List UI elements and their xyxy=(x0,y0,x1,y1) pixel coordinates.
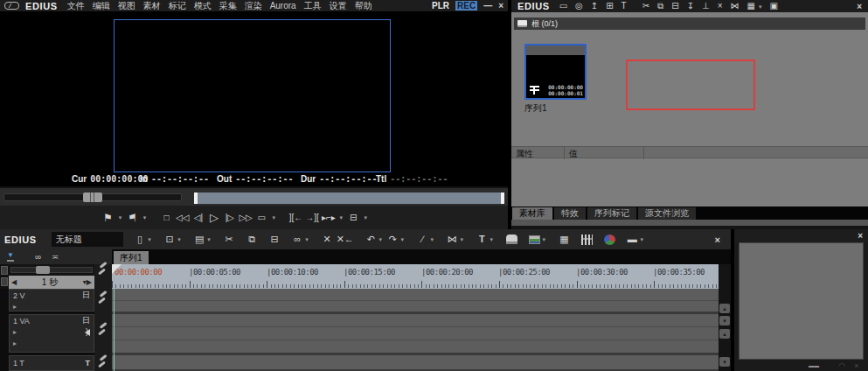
close-icon[interactable]: × xyxy=(857,2,862,11)
position-bar[interactable] xyxy=(194,192,504,204)
dropdown-caret[interactable]: ▾ xyxy=(363,210,369,226)
export-frame-button[interactable]: ⊟ xyxy=(347,210,360,226)
burn-disc-icon[interactable]: ▦ xyxy=(559,232,570,248)
insert-overwrite-mode-icon[interactable]: ▼ xyxy=(7,252,14,262)
up-level-icon[interactable]: ↥ xyxy=(591,2,598,10)
loop-button[interactable]: ▭ xyxy=(255,210,268,226)
undo-icon[interactable]: ↶ xyxy=(365,232,377,248)
snap-mode-icon[interactable]: ≍ xyxy=(52,253,59,262)
new-sequence-icon[interactable]: ▯ xyxy=(135,232,146,248)
menu-item[interactable]: 编辑 xyxy=(93,1,110,10)
cut-icon[interactable]: ✂ xyxy=(224,232,235,248)
track-scroll-button[interactable]: ▼ xyxy=(719,357,730,367)
menu-item[interactable]: 模式 xyxy=(194,1,212,10)
add-transition-icon[interactable]: ∞ xyxy=(292,232,303,248)
cut-icon[interactable]: ✂ xyxy=(642,2,649,10)
timeline-ruler[interactable]: 00:00:00:00 |00:00:05:00 |00:00:10:00 |0… xyxy=(112,264,719,289)
timeline-tracks-area[interactable] xyxy=(112,289,719,371)
track-lane-2v[interactable] xyxy=(112,289,719,312)
track-scroll-button[interactable]: ▲ xyxy=(719,329,730,339)
play-around-cursor-button[interactable]: ▸⌐▸ xyxy=(322,210,336,226)
dropdown-caret[interactable]: ▾ xyxy=(489,232,495,248)
expand-icon[interactable]: ▸ xyxy=(13,303,17,311)
trim-mode-icon[interactable]: ⋈ xyxy=(447,232,458,248)
scale-right-arrow-icon[interactable]: ▶ xyxy=(87,278,92,286)
fast-forward-button[interactable]: ▷▷ xyxy=(239,210,252,226)
audio-mixer-icon[interactable] xyxy=(581,234,593,245)
expand-icon[interactable]: ▸ xyxy=(13,328,17,336)
next-frame-button[interactable]: |▷ xyxy=(223,210,236,226)
menu-item[interactable]: 采集 xyxy=(219,1,237,10)
prev-frame-button[interactable]: ◁| xyxy=(191,210,205,226)
track-lane-1va[interactable] xyxy=(112,314,719,353)
dropdown-caret[interactable]: ▾ xyxy=(271,210,277,226)
export-icon[interactable] xyxy=(529,235,540,244)
ripple-mode-icon[interactable]: ∞ xyxy=(35,253,41,262)
close-button[interactable]: × xyxy=(498,1,503,10)
menu-item[interactable]: 素材 xyxy=(143,1,161,10)
sync-lock-icon[interactable] xyxy=(98,298,106,304)
menu-item[interactable]: 视图 xyxy=(118,1,135,10)
set-in-flag-button[interactable]: ⚑ xyxy=(101,210,115,226)
delete-in-out-icon[interactable]: ✕← xyxy=(337,232,354,248)
sync-lock-icon[interactable] xyxy=(98,269,106,276)
track-collapse-button[interactable] xyxy=(1,266,8,275)
bin-folder-header[interactable]: 根 (0/1) xyxy=(514,18,865,30)
redo-icon[interactable]: ↷ xyxy=(387,232,399,248)
value-column-header[interactable]: 值 xyxy=(569,148,578,160)
title-icon[interactable]: T xyxy=(621,2,627,10)
timeline-zoom-handle[interactable] xyxy=(36,266,50,274)
track-scroll-button[interactable]: ▲ xyxy=(719,304,730,313)
folder-icon[interactable]: ▭ xyxy=(559,2,567,10)
view-grid-icon[interactable]: ▦ xyxy=(747,2,755,10)
playhead-line[interactable] xyxy=(114,289,115,371)
dropdown-caret[interactable]: ▾ xyxy=(429,232,435,248)
menu-item[interactable]: 帮助 xyxy=(355,1,372,10)
expand-icon[interactable]: ▸ xyxy=(13,340,17,347)
menu-item[interactable]: 渲染 xyxy=(245,1,262,10)
shuttle-slider[interactable] xyxy=(3,193,182,201)
dropdown-caret[interactable]: ▾ xyxy=(541,232,547,248)
minimize-button[interactable]: — xyxy=(483,1,492,10)
close-icon[interactable]: × xyxy=(858,231,863,241)
tab-source-browser[interactable]: 源文件浏览 xyxy=(638,207,696,220)
dropdown-caret[interactable]: ▾ xyxy=(142,210,148,226)
menu-item[interactable]: 标记 xyxy=(169,1,186,10)
sequence-clip-thumbnail[interactable]: 00:00:00:0000:00:00:01 xyxy=(524,44,587,100)
track-lane-1t[interactable] xyxy=(112,355,719,369)
dropdown-caret[interactable]: ▾ xyxy=(338,210,344,226)
set-out-flag-button[interactable]: ⚑ xyxy=(126,210,139,226)
dropdown-caret[interactable]: ▾ xyxy=(147,232,153,248)
goto-out-button[interactable]: →][ xyxy=(305,210,319,226)
ripple-delete-icon[interactable]: ✕ xyxy=(322,232,333,248)
dropdown-caret[interactable]: ▾ xyxy=(759,4,762,10)
track-collapse-button[interactable] xyxy=(1,277,8,286)
rec-mode-button[interactable]: REC xyxy=(455,1,477,10)
track-header-1va[interactable]: 1 VA 日 ▸ ▸ xyxy=(9,314,94,353)
dropdown-caret[interactable]: ▾ xyxy=(177,232,183,248)
track-header-1t[interactable]: 1 T T xyxy=(9,355,94,371)
dropdown-caret[interactable]: ▾ xyxy=(639,232,645,248)
audio-icon[interactable] xyxy=(85,329,90,336)
dropdown-caret[interactable]: ▾ xyxy=(378,232,384,248)
play-button[interactable]: ▷ xyxy=(207,210,220,226)
voiceover-mic-icon[interactable] xyxy=(506,234,517,244)
title-track-icon[interactable]: T xyxy=(86,359,91,368)
close-icon[interactable]: × xyxy=(715,234,720,245)
goto-in-button[interactable]: ][← xyxy=(289,210,303,226)
menu-item[interactable]: Aurora xyxy=(270,1,296,10)
link-icon[interactable]: ⋈ xyxy=(731,2,740,10)
dropdown-caret[interactable]: ▾ xyxy=(206,232,212,248)
dropdown-caret[interactable]: ▾ xyxy=(304,232,310,248)
video-track-icon[interactable]: 日 xyxy=(82,315,90,326)
save-project-icon[interactable]: ▤ xyxy=(194,232,205,248)
resize-handle[interactable]: ▬▬ xyxy=(809,363,819,368)
sync-lock-icon[interactable] xyxy=(98,329,106,336)
menu-item[interactable]: 设置 xyxy=(330,1,347,10)
copy-icon[interactable]: ⧉ xyxy=(247,232,258,248)
dropdown-caret[interactable]: ▾ xyxy=(399,232,406,248)
paste-icon[interactable]: ⊟ xyxy=(671,2,678,10)
timeline-zoom-slider[interactable] xyxy=(10,267,93,273)
open-project-icon[interactable]: ⊡ xyxy=(164,232,176,248)
color-correction-icon[interactable] xyxy=(604,234,615,245)
